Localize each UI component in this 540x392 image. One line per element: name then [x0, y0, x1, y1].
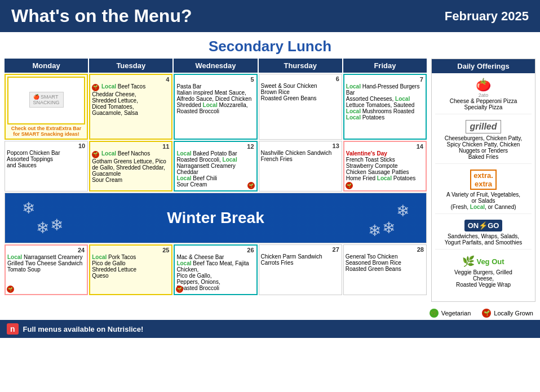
day-tuesday: Tuesday: [89, 59, 172, 73]
day-cell-10: 10 Popcorn Chicken BarAssorted Toppingsa…: [5, 141, 88, 191]
veg-out-logo: 🌿 Veg Out: [435, 255, 532, 268]
veg-icon: 🌿: [430, 309, 439, 318]
day-cell-27: 27 Chicken Parm SandwichCarrots Fries: [259, 244, 342, 295]
day-monday: Monday: [5, 59, 88, 73]
local-label-text: Locally Grown: [494, 310, 533, 317]
tomato-logo: 🍅: [435, 78, 532, 92]
day-cell-26: 26 Mac & Cheese Bar Local Beef Taco Meat…: [174, 244, 257, 295]
local-badge-14: 🌱: [346, 182, 353, 189]
daily-item-extra: extra.extra A Variety of Fruit, Vegetabl…: [435, 170, 532, 214]
winter-break-cell: ❄ ❄ ❄ ❄ ❄ ❄ Winter Break: [5, 193, 427, 243]
header: What's on the Menu? February 2025: [0, 0, 540, 32]
footer: n Full menus available on Nutrislice!: [0, 320, 540, 338]
day-cell-7: 7 Local Hand-Pressed Burgers Bar Assorte…: [343, 74, 427, 140]
header-title: What's on the Menu?: [11, 6, 192, 26]
day-cell-5: 5 Pasta Bar Italian inspired Meat Sauce,…: [174, 74, 257, 140]
nutrislice-text: Full menus available on Nutrislice!: [23, 325, 144, 333]
day-cell-25: 25 Local Pork TacosPico de GalloShredded…: [89, 244, 172, 295]
week1: 🍎 SMARTSNACKING Check out the ExtraExtra…: [5, 74, 427, 140]
day-cell-13: 13 Nashville Chicken SandwichFrench Frie…: [259, 141, 342, 191]
daily-item-on-go: ON⚡GO Sandwiches, Wraps, Salads,Yogurt P…: [435, 220, 532, 250]
grilled-desc: Cheeseburgers, Chicken Patty,Spicy Chick…: [435, 135, 532, 160]
section-title: Secondary Lunch: [0, 32, 540, 59]
tomato-tagline: 2ato: [435, 92, 532, 98]
local-badge: 🌱: [92, 84, 99, 91]
winter-break-text: Winter Break: [167, 209, 264, 227]
grilled-logo: grilled: [466, 120, 501, 133]
daily-item-grilled: grilled Cheeseburgers, Chicken Patty,Spi…: [435, 120, 532, 164]
calendar: Monday Tuesday Wednesday Thursday Friday…: [5, 59, 427, 302]
snowflake-1: ❄: [22, 199, 35, 217]
extra-desc: A Variety of Fruit, Vegetables,or Salads…: [435, 191, 532, 210]
on-go-desc: Sandwiches, Wraps, Salads,Yogurt Parfait…: [435, 233, 532, 246]
snowflake-5: ❄: [36, 219, 49, 237]
legend-locally-grown: 🌱 Locally Grown: [482, 309, 533, 318]
local-badge-24: 🌱: [7, 286, 14, 293]
week4: 24 Local Narragansett CreameryGrilled Tw…: [5, 244, 427, 295]
daily-item-pizza: 🍅 2ato Cheese & Pepperoni PizzaSpecialty…: [435, 78, 532, 114]
legend-vegetarian: 🌿 Vegetarian: [430, 309, 471, 318]
week2: 10 Popcorn Chicken BarAssorted Toppingsa…: [5, 141, 427, 191]
smart-logo: 🍎 SMARTSNACKING: [29, 92, 64, 108]
on-go-logo: ON⚡GO: [464, 220, 503, 231]
daily-sidebar: Daily Offerings 🍅 2ato Cheese & Pepperon…: [431, 59, 535, 302]
footer-legend: 🌿 Vegetarian 🌱 Locally Grown: [0, 306, 540, 320]
day-headers: Monday Tuesday Wednesday Thursday Friday: [5, 59, 427, 73]
day-cell-24: 24 Local Narragansett CreameryGrilled Tw…: [5, 244, 88, 295]
day-cell-28: 28 General Tso ChickenSeasoned Brown Ric…: [343, 244, 427, 295]
nutrislice-logo: n: [7, 323, 19, 335]
local-badge-11: 🌱: [92, 151, 99, 158]
day-cell-12: 12 Local Baked Potato Bar Roasted Brocco…: [174, 141, 257, 191]
day-cell-11: 11 🌱 Local Beef Nachos Gotham Greens Let…: [89, 141, 172, 191]
day-cell-smart: 🍎 SMARTSNACKING Check out the ExtraExtra…: [5, 74, 88, 140]
local-grown-icon: 🌱: [482, 309, 491, 318]
daily-item-veg-out: 🌿 Veg Out Veggie Burgers, GrilledCheese,…: [435, 255, 532, 291]
day-friday: Friday: [343, 59, 427, 73]
week3: ❄ ❄ ❄ ❄ ❄ ❄ Winter Break: [5, 193, 427, 243]
snowflake-2: ❄: [50, 216, 63, 234]
header-date: February 2025: [445, 9, 529, 24]
veg-out-desc: Veggie Burgers, GrilledCheese,Roasted Ve…: [435, 269, 532, 288]
veg-label: Vegetarian: [441, 310, 471, 317]
day-cell-6: 6 Sweet & Sour ChickenBrown RiceRoasted …: [259, 74, 342, 140]
daily-header: Daily Offerings: [432, 59, 535, 73]
smart-snacking-box: 🍎 SMARTSNACKING: [7, 77, 85, 124]
day-cell-14: 14 Valentine's Day French Toast SticksSt…: [343, 141, 427, 191]
snowflake-3: ❄: [396, 202, 409, 220]
day-wednesday: Wednesday: [174, 59, 257, 73]
local-badge-26: 🌱: [176, 286, 183, 293]
main-layout: Monday Tuesday Wednesday Thursday Friday…: [0, 59, 540, 306]
smart-caption: Check out the ExtraExtra Bar for SMART S…: [7, 126, 85, 137]
day-thursday: Thursday: [259, 59, 342, 73]
snowflake-4: ❄: [368, 221, 381, 240]
local-badge-12: 🌱: [247, 182, 255, 189]
extra-logo: extra.extra: [470, 170, 497, 190]
snowflake-6: ❄: [382, 219, 395, 237]
day-cell-4: 4 🌱 Local Beef Tacos Cheddar Cheese,Shre…: [89, 74, 172, 140]
pizza-desc: Cheese & Pepperoni PizzaSpecialty Pizza: [435, 98, 532, 110]
